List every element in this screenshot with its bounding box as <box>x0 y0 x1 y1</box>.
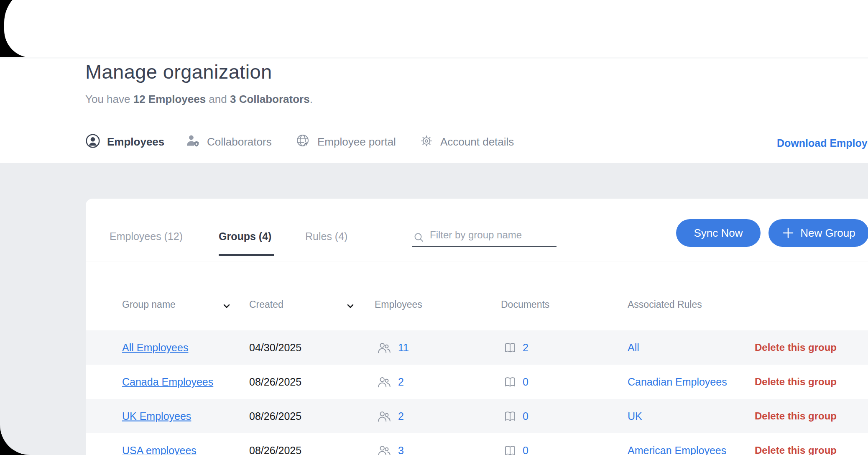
table-row: USA employees 08/26/2025 3 <box>86 433 868 455</box>
associated-rule-link[interactable]: All <box>628 342 639 353</box>
associated-rule-link[interactable]: Canadian Employees <box>628 376 727 388</box>
delete-group-button[interactable]: Delete this group <box>755 342 837 353</box>
group-filter-input[interactable] <box>429 229 556 241</box>
top-header-pill <box>4 0 868 58</box>
tab-employees-label: Employees <box>107 135 164 148</box>
associated-rule-link[interactable]: American Employees <box>628 445 726 455</box>
delete-group-button[interactable]: Delete this group <box>755 376 837 388</box>
gear-icon <box>419 134 434 150</box>
group-name-link[interactable]: All Employees <box>122 342 188 353</box>
employee-count[interactable]: 11 <box>398 342 409 354</box>
card-tab-employees[interactable]: Employees (12) <box>110 230 183 243</box>
page-title: Manage organization <box>85 60 272 83</box>
sync-now-button[interactable]: Sync Now <box>676 219 761 247</box>
app-window: Manage organization You have 12 Employee… <box>0 0 868 455</box>
column-header-group-name: Group name <box>122 299 176 310</box>
sort-chevron-down-icon[interactable] <box>222 302 231 312</box>
tab-account-details[interactable]: Account details <box>419 132 514 152</box>
content-background: Employees (12) Groups (4) Rules (4) Sync… <box>0 163 868 455</box>
tab-employees[interactable]: Employees <box>85 132 164 152</box>
document-count[interactable]: 2 <box>523 342 528 354</box>
active-card-tab-underline <box>219 254 274 256</box>
person-shield-icon <box>185 133 200 150</box>
download-employees-link[interactable]: Download Employee <box>777 137 868 149</box>
tab-employee-portal-label: Employee portal <box>317 135 396 148</box>
card-tab-groups[interactable]: Groups (4) <box>219 230 271 243</box>
group-filter-field <box>412 228 557 247</box>
book-icon <box>503 376 517 388</box>
book-icon <box>503 410 517 422</box>
document-count[interactable]: 0 <box>523 410 528 422</box>
plus-icon <box>782 227 794 239</box>
users-icon <box>377 444 391 455</box>
column-header-employees: Employees <box>375 299 422 310</box>
group-name-link[interactable]: USA employees <box>122 445 197 455</box>
employee-count[interactable]: 3 <box>398 445 404 455</box>
employee-count-text: 12 Employees <box>133 93 206 105</box>
tab-account-details-label: Account details <box>440 135 514 148</box>
document-count[interactable]: 0 <box>523 445 528 455</box>
book-icon <box>503 444 517 455</box>
group-name-link[interactable]: Canada Employees <box>122 376 213 388</box>
groups-table: All Employees 04/30/2025 11 <box>86 330 868 455</box>
card-divider <box>86 261 868 261</box>
employee-count[interactable]: 2 <box>398 410 404 422</box>
table-row: Canada Employees 08/26/2025 2 <box>86 365 868 399</box>
tab-collaborators[interactable]: Collaborators <box>185 132 272 152</box>
org-summary: You have 12 Employees and 3 Collaborator… <box>85 93 313 106</box>
column-header-associated-rules: Associated Rules <box>628 299 702 310</box>
globe-icon <box>296 133 311 150</box>
employee-count[interactable]: 2 <box>398 376 404 388</box>
document-count[interactable]: 0 <box>523 376 528 388</box>
tab-employee-portal[interactable]: Employee portal <box>296 132 396 152</box>
card-tab-rules[interactable]: Rules (4) <box>305 230 347 243</box>
created-date: 08/26/2025 <box>249 410 301 422</box>
created-date: 08/26/2025 <box>249 445 301 455</box>
delete-group-button[interactable]: Delete this group <box>755 445 837 455</box>
search-icon <box>413 232 425 243</box>
table-row: UK Employees 08/26/2025 2 <box>86 399 868 433</box>
person-circle-icon <box>85 133 100 150</box>
book-icon <box>503 341 517 354</box>
group-name-link[interactable]: UK Employees <box>122 410 191 422</box>
users-icon <box>377 410 391 422</box>
associated-rule-link[interactable]: UK <box>628 410 642 422</box>
table-row: All Employees 04/30/2025 11 <box>86 330 868 365</box>
created-date: 04/30/2025 <box>249 342 301 354</box>
users-icon <box>377 376 391 388</box>
users-icon <box>377 341 391 354</box>
org-summary-text: You have <box>85 93 133 105</box>
column-header-documents: Documents <box>501 299 549 310</box>
created-date: 08/26/2025 <box>249 376 301 388</box>
delete-group-button[interactable]: Delete this group <box>755 410 837 422</box>
collaborator-count-text: 3 Collaborators <box>230 93 310 105</box>
sort-chevron-down-icon[interactable] <box>346 302 355 312</box>
tab-collaborators-label: Collaborators <box>207 135 272 148</box>
new-group-button[interactable]: New Group <box>768 219 868 247</box>
content-card: Employees (12) Groups (4) Rules (4) Sync… <box>86 199 868 455</box>
column-header-created: Created <box>249 299 283 310</box>
